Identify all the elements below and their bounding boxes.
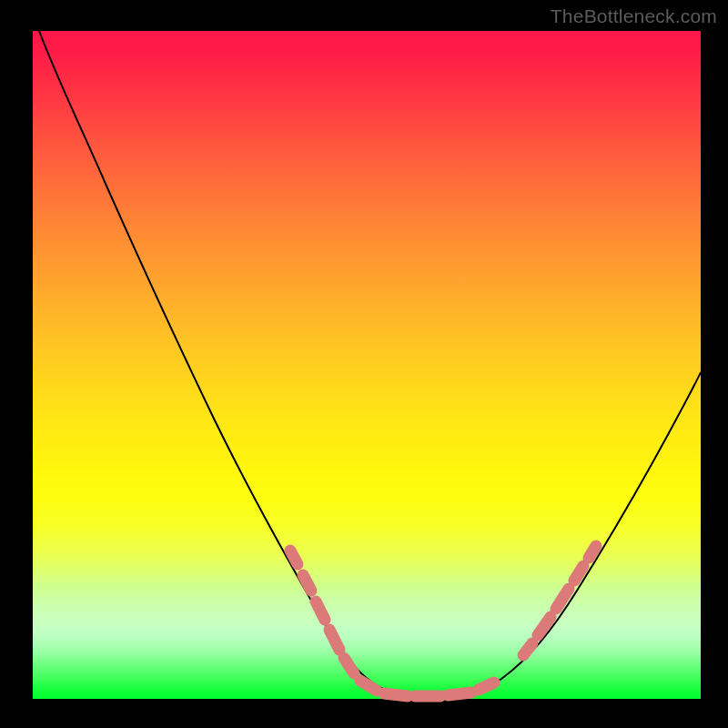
svg-line-1 (303, 575, 311, 591)
svg-line-2 (316, 602, 325, 620)
svg-line-4 (344, 658, 354, 673)
svg-line-0 (290, 551, 298, 564)
svg-line-5 (360, 681, 377, 691)
left-slope-segment (290, 551, 354, 673)
curve-svg (33, 31, 701, 699)
right-slope-segment (523, 546, 596, 655)
svg-line-13 (574, 566, 583, 581)
valley-segment (360, 681, 494, 696)
svg-line-10 (523, 643, 532, 655)
svg-line-6 (384, 693, 408, 696)
svg-line-3 (329, 630, 339, 650)
bottleneck-curve (39, 31, 701, 696)
svg-line-14 (589, 546, 596, 558)
chart-plot-area (33, 31, 701, 699)
svg-line-9 (479, 682, 494, 690)
watermark-text: TheBottleneck.com (551, 5, 717, 27)
svg-line-8 (448, 693, 471, 695)
